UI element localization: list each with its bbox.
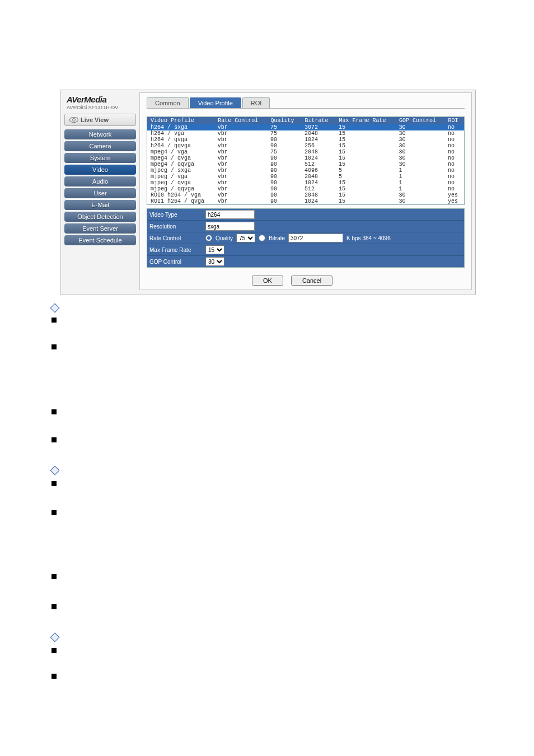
table-cell: 30 xyxy=(395,198,444,204)
table-cell: mjpeg / qqvga xyxy=(147,186,214,192)
table-row[interactable]: h264 / sxgavbr7530721530no xyxy=(147,124,464,130)
footer-buttons: OK Cancel xyxy=(252,276,471,286)
content-pane: CommonVideo ProfileROI Video ProfileRate… xyxy=(139,92,472,290)
table-cell: 1 xyxy=(395,174,444,180)
table-cell: 30 xyxy=(395,192,444,198)
radio-bitrate[interactable] xyxy=(259,235,265,241)
table-cell: vbr xyxy=(214,124,267,130)
table-cell: 15 xyxy=(335,186,396,192)
bullet-diamond-3 xyxy=(51,634,62,642)
table-cell: no xyxy=(444,137,463,143)
table-cell: 15 xyxy=(335,198,396,204)
table-cell: vbr xyxy=(214,186,267,192)
table-row[interactable]: ROI0 h264 / vgavbr9020481530yes xyxy=(147,192,464,198)
col-header: GOP Control xyxy=(395,117,444,124)
tab-common[interactable]: Common xyxy=(147,97,189,108)
table-cell: 90 xyxy=(267,143,301,149)
table-row[interactable]: mjpeg / sxgavbr90409651no xyxy=(147,167,464,174)
row-video-type: Video Type h264 xyxy=(147,209,464,221)
table-cell: no xyxy=(444,167,463,174)
value-video-type: h264 xyxy=(205,210,255,219)
table-cell: vbr xyxy=(214,167,267,174)
radio-quality[interactable] xyxy=(205,235,212,241)
table-row[interactable]: mjpeg / qqvgavbr90512151no xyxy=(147,186,464,192)
table-row[interactable]: ROI1 h264 / qvgavbr9010241530yes xyxy=(147,198,464,204)
table-row[interactable]: mpeg4 / vgavbr7520481530no xyxy=(147,149,464,155)
table-cell: 3072 xyxy=(301,124,335,130)
table-cell: no xyxy=(444,124,463,130)
brand-subtitle: AVerDiGi SF1311H-DV xyxy=(67,105,136,110)
table-cell: 1024 xyxy=(301,137,335,143)
tab-roi[interactable]: ROI xyxy=(242,97,270,108)
bullet-diamond-2 xyxy=(51,467,62,475)
label-video-type: Video Type xyxy=(149,212,202,218)
table-cell: vbr xyxy=(214,137,267,143)
table-cell: 30 xyxy=(395,130,444,137)
ok-button[interactable]: OK xyxy=(252,276,283,286)
sidebar-item-audio[interactable]: Audio xyxy=(64,176,136,186)
table-cell: no xyxy=(444,143,463,149)
profile-table[interactable]: Video ProfileRate ControlQualityBitrateM… xyxy=(147,117,464,204)
table-cell: 5 xyxy=(335,174,396,180)
quality-label: Quality xyxy=(216,235,233,241)
table-cell: 1024 xyxy=(301,180,335,186)
col-header: Max Frame Rate xyxy=(335,117,396,124)
table-cell: 15 xyxy=(335,155,396,161)
table-cell: 90 xyxy=(267,192,301,198)
table-cell: vbr xyxy=(214,143,267,149)
tab-video-profile[interactable]: Video Profile xyxy=(190,97,241,108)
table-cell: 256 xyxy=(301,143,335,149)
table-cell: 75 xyxy=(267,124,301,130)
sidebar-item-event-schedule[interactable]: Event Schedule xyxy=(64,235,136,245)
table-cell: no xyxy=(444,180,463,186)
table-cell: 512 xyxy=(301,161,335,167)
sidebar-item-system[interactable]: System xyxy=(64,153,136,163)
sidebar-item-user[interactable]: User xyxy=(64,188,136,198)
cancel-button[interactable]: Cancel xyxy=(291,276,332,286)
settings-window: AVerMedia AVerDiGi SF1311H-DV Live View … xyxy=(60,90,476,295)
page-root: AVerMedia AVerDiGi SF1311H-DV Live View … xyxy=(0,0,534,756)
table-cell: 75 xyxy=(267,149,301,155)
bullet-square-7 xyxy=(51,572,60,580)
sidebar-item-camera[interactable]: Camera xyxy=(64,141,136,151)
table-row[interactable]: mjpeg / qvgavbr901024151no xyxy=(147,180,464,186)
table-row[interactable]: mjpeg / vgavbr90204851no xyxy=(147,174,464,180)
sidebar-item-e-mail[interactable]: E-Mail xyxy=(64,200,136,210)
table-cell: vbr xyxy=(214,174,267,180)
table-cell: 15 xyxy=(335,192,396,198)
bullet-diamond-1 xyxy=(51,305,62,313)
gop-control-select[interactable]: 30 xyxy=(205,257,224,266)
table-cell: mjpeg / vga xyxy=(147,174,214,180)
value-resolution: sxga xyxy=(205,222,255,231)
bitrate-input[interactable]: 3072 xyxy=(288,234,343,242)
table-cell: 30 xyxy=(395,124,444,130)
table-cell: 30 xyxy=(395,149,444,155)
sidebar-item-object-detection[interactable]: Object Detection xyxy=(64,212,136,222)
col-header: Rate Control xyxy=(214,117,267,124)
live-view-button[interactable]: Live View xyxy=(64,114,136,126)
table-row[interactable]: mpeg4 / qqvgavbr905121530no xyxy=(147,161,464,167)
table-cell: 1 xyxy=(395,180,444,186)
sidebar-item-network[interactable]: Network xyxy=(64,129,136,139)
table-cell: 15 xyxy=(335,149,396,155)
quality-select[interactable]: 75 xyxy=(236,234,255,242)
table-row[interactable]: h264 / qvgavbr9010241530no xyxy=(147,137,464,143)
table-cell: no xyxy=(444,130,463,137)
max-frame-rate-select[interactable]: 15 xyxy=(205,245,224,254)
table-cell: 90 xyxy=(267,174,301,180)
table-cell: 5 xyxy=(335,167,396,174)
table-row[interactable]: h264 / qqvgavbr902561530no xyxy=(147,143,464,149)
table-cell: 90 xyxy=(267,186,301,192)
label-gop-control: GOP Control xyxy=(149,259,202,265)
sidebar-item-event-server[interactable]: Event Server xyxy=(64,223,136,234)
table-cell: ROI1 h264 / qvga xyxy=(147,198,214,204)
sidebar-item-video[interactable]: Video xyxy=(64,165,136,175)
table-cell: 1024 xyxy=(301,198,335,204)
table-cell: vbr xyxy=(214,192,267,198)
table-row[interactable]: h264 / vgavbr7520481530no xyxy=(147,130,464,137)
table-row[interactable]: mpeg4 / qvgavbr9010241530no xyxy=(147,155,464,161)
table-cell: vbr xyxy=(214,161,267,167)
table-cell: 90 xyxy=(267,167,301,174)
row-gop-control: GOP Control 30 xyxy=(147,256,464,267)
label-rate-control: Rate Control xyxy=(149,235,202,241)
